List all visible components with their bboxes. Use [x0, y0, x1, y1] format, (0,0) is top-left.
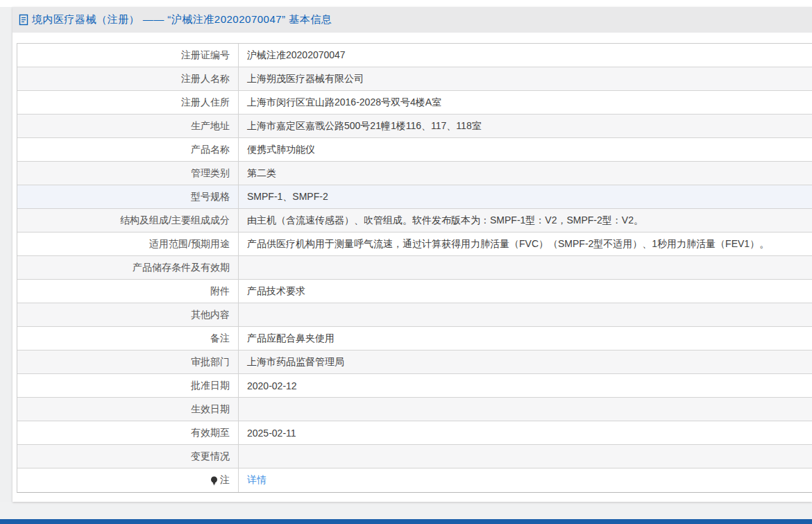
row-value — [239, 256, 812, 279]
table-row: 管理类别 第二类 — [17, 162, 812, 185]
table-row: 审批部门 上海市药品监督管理局 — [17, 350, 812, 374]
table-row: 备注 产品应配合鼻夹使用 — [17, 327, 812, 350]
row-label: 附件 — [17, 280, 239, 303]
row-value: 上海市嘉定区嘉戬公路500号21幢1楼116、117、118室 — [239, 115, 812, 137]
row-value: 产品应配合鼻夹使用 — [239, 327, 812, 350]
row-value — [239, 445, 812, 468]
row-value: 上海朔茂医疗器械有限公司 — [239, 67, 812, 90]
table-row: 产品储存条件及有效期 — [17, 256, 812, 280]
table-row: 注册人住所 上海市闵行区宜山路2016-2028号双号4楼A室 — [17, 91, 812, 115]
row-label: 变更情况 — [17, 445, 239, 468]
row-label: 其他内容 — [17, 303, 239, 326]
table-row: 附件 产品技术要求 — [17, 280, 812, 303]
row-label: 注册证编号 — [17, 44, 239, 67]
registration-info-table: 注册证编号 沪械注准20202070047 注册人名称 上海朔茂医疗器械有限公司… — [17, 43, 812, 493]
details-link[interactable]: 详情 — [247, 474, 267, 487]
row-label: 有效期至 — [17, 421, 239, 444]
panel-header: 境内医疗器械（注册） —— “沪械注准20202070047” 基本信息 — [12, 7, 812, 33]
row-value: 第二类 — [239, 162, 812, 185]
row-label: 结构及组成/主要组成成分 — [17, 209, 239, 232]
row-label: 适用范围/预期用途 — [17, 233, 239, 255]
row-label: 管理类别 — [17, 162, 239, 185]
row-value: 便携式肺功能仪 — [239, 138, 812, 161]
row-label: 备注 — [17, 327, 239, 350]
table-row: 产品名称 便携式肺功能仪 — [17, 138, 812, 162]
table-row: 注册证编号 沪械注准20202070047 — [17, 44, 812, 67]
row-label: 审批部门 — [17, 350, 239, 373]
table-row: 变更情况 — [17, 445, 812, 468]
table-row: 注册人名称 上海朔茂医疗器械有限公司 — [17, 67, 812, 91]
row-label: 注册人住所 — [17, 91, 239, 114]
row-label: 批准日期 — [17, 374, 239, 397]
row-label: 注册人名称 — [17, 67, 239, 90]
row-value: 产品技术要求 — [239, 280, 812, 303]
row-label: 生产地址 — [17, 115, 239, 137]
basic-info-panel: 境内医疗器械（注册） —— “沪械注准20202070047” 基本信息 注册证… — [12, 7, 812, 502]
row-value: 上海市药品监督管理局 — [239, 350, 812, 373]
row-label: 注 — [17, 468, 239, 492]
row-value: 2020-02-12 — [239, 374, 812, 397]
row-value: 上海市闵行区宜山路2016-2028号双号4楼A室 — [239, 91, 812, 114]
document-icon — [18, 14, 29, 26]
table-row: 适用范围/预期用途 产品供医疗机构用于测量呼气流速，通过计算获得用力肺活量（FV… — [17, 233, 812, 256]
row-label: 生效日期 — [17, 398, 239, 421]
row-label: 产品名称 — [17, 138, 239, 161]
page-title: 境内医疗器械（注册） —— “沪械注准20202070047” 基本信息 — [32, 13, 332, 26]
table-row: 其他内容 — [17, 303, 812, 327]
row-value: 产品供医疗机构用于测量呼气流速，通过计算获得用力肺活量（FVC）（SMPF-2型… — [239, 233, 812, 255]
table-row: 生效日期 — [17, 398, 812, 421]
row-value: 由主机（含流速传感器）、吹管组成。软件发布版本为：SMPF-1型：V2，SMPF… — [239, 209, 812, 232]
row-label-text: 注 — [220, 474, 230, 487]
row-value: 沪械注准20202070047 — [239, 44, 812, 67]
table-row: 有效期至 2025-02-11 — [17, 421, 812, 445]
row-value: 详情 — [239, 468, 812, 492]
row-value: SMPF-1、SMPF-2 — [239, 185, 812, 208]
page-left-gutter — [0, 7, 12, 524]
table-row: 注 详情 — [17, 468, 812, 492]
row-label: 产品储存条件及有效期 — [17, 256, 239, 279]
row-value: 2025-02-11 — [239, 421, 812, 444]
footer-bar — [0, 519, 812, 524]
table-row: 批准日期 2020-02-12 — [17, 374, 812, 398]
table-row: 生产地址 上海市嘉定区嘉戬公路500号21幢1楼116、117、118室 — [17, 115, 812, 138]
row-value — [239, 303, 812, 326]
table-row: 结构及组成/主要组成成分 由主机（含流速传感器）、吹管组成。软件发布版本为：SM… — [17, 209, 812, 233]
note-bulb-icon — [210, 476, 218, 486]
row-label: 型号规格 — [17, 185, 239, 208]
row-value — [239, 398, 812, 421]
table-row-hovered: 型号规格 SMPF-1、SMPF-2 — [17, 185, 812, 209]
